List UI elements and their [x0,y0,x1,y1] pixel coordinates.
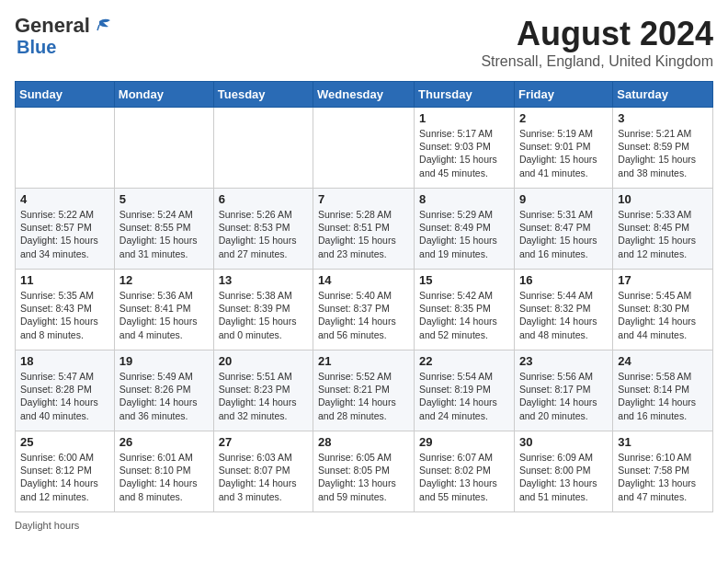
weekday-header: Sunday [16,82,115,108]
weekday-header: Monday [114,82,213,108]
day-number: 14 [318,273,409,287]
calendar-cell: 31Sunrise: 6:10 AMSunset: 7:58 PMDayligh… [613,431,713,512]
day-info: Sunrise: 6:00 AMSunset: 8:12 PMDaylight:… [20,451,109,503]
day-info: Sunrise: 6:05 AMSunset: 8:05 PMDaylight:… [318,451,409,503]
calendar-cell: 24Sunrise: 5:58 AMSunset: 8:14 PMDayligh… [613,350,713,431]
day-number: 19 [119,354,209,368]
calendar-week-row: 4Sunrise: 5:22 AMSunset: 8:57 PMDaylight… [16,189,713,270]
day-number: 18 [20,354,109,368]
calendar-cell: 30Sunrise: 6:09 AMSunset: 8:00 PMDayligh… [514,431,612,512]
day-info: Sunrise: 6:03 AMSunset: 8:07 PMDaylight:… [219,451,308,503]
calendar-cell: 8Sunrise: 5:29 AMSunset: 8:49 PMDaylight… [415,189,515,270]
calendar-week-row: 18Sunrise: 5:47 AMSunset: 8:28 PMDayligh… [16,350,713,431]
day-number: 11 [20,273,109,287]
calendar-cell: 25Sunrise: 6:00 AMSunset: 8:12 PMDayligh… [16,431,115,512]
footer: Daylight hours [15,520,713,531]
day-info: Sunrise: 5:21 AMSunset: 8:59 PMDaylight:… [618,127,708,179]
day-info: Sunrise: 5:24 AMSunset: 8:55 PMDaylight:… [119,208,209,260]
weekday-header: Friday [514,82,612,108]
day-info: Sunrise: 5:40 AMSunset: 8:37 PMDaylight:… [318,289,409,341]
day-info: Sunrise: 5:29 AMSunset: 8:49 PMDaylight:… [419,208,509,260]
day-number: 10 [618,192,708,206]
day-info: Sunrise: 5:54 AMSunset: 8:19 PMDaylight:… [419,370,509,422]
calendar-cell: 1Sunrise: 5:17 AMSunset: 9:03 PMDaylight… [415,108,515,189]
logo-blue-text: Blue [17,37,56,57]
day-number: 24 [618,354,708,368]
day-info: Sunrise: 5:51 AMSunset: 8:23 PMDaylight:… [219,370,308,422]
header: General Blue August 2024 Strensall, Engl… [15,15,713,70]
calendar-cell: 2Sunrise: 5:19 AMSunset: 9:01 PMDaylight… [514,108,612,189]
calendar-week-row: 1Sunrise: 5:17 AMSunset: 9:03 PMDaylight… [16,108,713,189]
day-number: 30 [519,435,608,449]
day-info: Sunrise: 5:42 AMSunset: 8:35 PMDaylight:… [419,289,509,341]
weekday-header-row: SundayMondayTuesdayWednesdayThursdayFrid… [16,82,713,108]
day-number: 2 [519,111,608,125]
calendar-cell: 4Sunrise: 5:22 AMSunset: 8:57 PMDaylight… [16,189,115,270]
day-info: Sunrise: 6:01 AMSunset: 8:10 PMDaylight:… [119,451,209,503]
calendar-cell: 26Sunrise: 6:01 AMSunset: 8:10 PMDayligh… [114,431,213,512]
calendar-cell: 11Sunrise: 5:35 AMSunset: 8:43 PMDayligh… [16,270,115,350]
day-number: 17 [618,273,708,287]
calendar-cell: 3Sunrise: 5:21 AMSunset: 8:59 PMDaylight… [613,108,713,189]
weekday-header: Wednesday [313,82,415,108]
day-info: Sunrise: 5:36 AMSunset: 8:41 PMDaylight:… [119,289,209,341]
title-area: August 2024 Strensall, England, United K… [481,15,713,70]
calendar-cell [313,108,415,189]
calendar-cell: 13Sunrise: 5:38 AMSunset: 8:39 PMDayligh… [213,270,313,350]
calendar-week-row: 11Sunrise: 5:35 AMSunset: 8:43 PMDayligh… [16,270,713,350]
calendar-cell: 9Sunrise: 5:31 AMSunset: 8:47 PMDaylight… [514,189,612,270]
day-info: Sunrise: 6:10 AMSunset: 7:58 PMDaylight:… [618,451,708,503]
day-info: Sunrise: 5:45 AMSunset: 8:30 PMDaylight:… [618,289,708,341]
day-number: 7 [318,192,409,206]
day-number: 13 [219,273,308,287]
day-number: 26 [119,435,209,449]
day-info: Sunrise: 5:38 AMSunset: 8:39 PMDaylight:… [219,289,308,341]
calendar-cell [16,108,115,189]
calendar-cell: 5Sunrise: 5:24 AMSunset: 8:55 PMDaylight… [114,189,213,270]
day-info: Sunrise: 5:31 AMSunset: 8:47 PMDaylight:… [519,208,608,260]
calendar-cell: 12Sunrise: 5:36 AMSunset: 8:41 PMDayligh… [114,270,213,350]
day-number: 4 [20,192,109,206]
logo-bird-icon [92,16,112,36]
day-number: 29 [419,435,509,449]
calendar-cell [213,108,313,189]
day-number: 23 [519,354,608,368]
subtitle: Strensall, England, United Kingdom [481,53,713,70]
logo-general-text: General [15,15,90,37]
weekday-header: Saturday [613,82,713,108]
calendar-cell: 29Sunrise: 6:07 AMSunset: 8:02 PMDayligh… [415,431,515,512]
day-number: 22 [419,354,509,368]
calendar-cell: 10Sunrise: 5:33 AMSunset: 8:45 PMDayligh… [613,189,713,270]
calendar-cell: 27Sunrise: 6:03 AMSunset: 8:07 PMDayligh… [213,431,313,512]
day-info: Sunrise: 5:28 AMSunset: 8:51 PMDaylight:… [318,208,409,260]
day-info: Sunrise: 5:56 AMSunset: 8:17 PMDaylight:… [519,370,608,422]
day-number: 1 [419,111,509,125]
calendar-cell: 19Sunrise: 5:49 AMSunset: 8:26 PMDayligh… [114,350,213,431]
day-number: 8 [419,192,509,206]
day-number: 12 [119,273,209,287]
calendar-cell: 16Sunrise: 5:44 AMSunset: 8:32 PMDayligh… [514,270,612,350]
weekday-header: Tuesday [213,82,313,108]
day-info: Sunrise: 5:26 AMSunset: 8:53 PMDaylight:… [219,208,308,260]
day-info: Sunrise: 5:33 AMSunset: 8:45 PMDaylight:… [618,208,708,260]
calendar-cell: 21Sunrise: 5:52 AMSunset: 8:21 PMDayligh… [313,350,415,431]
calendar-cell: 15Sunrise: 5:42 AMSunset: 8:35 PMDayligh… [415,270,515,350]
day-info: Sunrise: 5:52 AMSunset: 8:21 PMDaylight:… [318,370,409,422]
calendar-cell: 23Sunrise: 5:56 AMSunset: 8:17 PMDayligh… [514,350,612,431]
day-number: 15 [419,273,509,287]
day-number: 5 [119,192,209,206]
calendar-cell: 17Sunrise: 5:45 AMSunset: 8:30 PMDayligh… [613,270,713,350]
calendar-cell: 18Sunrise: 5:47 AMSunset: 8:28 PMDayligh… [16,350,115,431]
calendar-cell: 14Sunrise: 5:40 AMSunset: 8:37 PMDayligh… [313,270,415,350]
calendar-cell [114,108,213,189]
day-info: Sunrise: 5:44 AMSunset: 8:32 PMDaylight:… [519,289,608,341]
day-number: 21 [318,354,409,368]
calendar-cell: 22Sunrise: 5:54 AMSunset: 8:19 PMDayligh… [415,350,515,431]
calendar-table: SundayMondayTuesdayWednesdayThursdayFrid… [15,81,713,512]
day-info: Sunrise: 6:07 AMSunset: 8:02 PMDaylight:… [419,451,509,503]
day-info: Sunrise: 5:58 AMSunset: 8:14 PMDaylight:… [618,370,708,422]
logo: General Blue [15,15,112,57]
daylight-label: Daylight hours [15,520,79,531]
day-number: 27 [219,435,308,449]
day-info: Sunrise: 5:47 AMSunset: 8:28 PMDaylight:… [20,370,109,422]
